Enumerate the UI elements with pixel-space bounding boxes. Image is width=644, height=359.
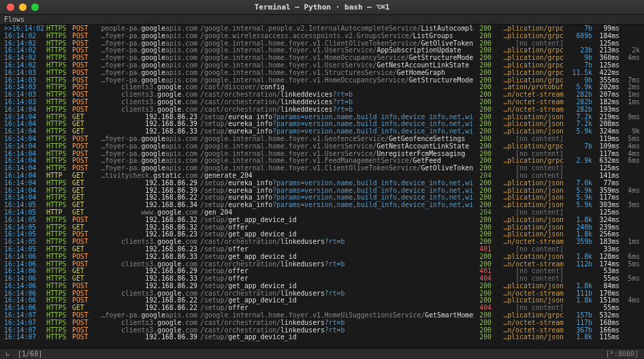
- flow-path: /setup/get_app_device_id: [197, 283, 474, 290]
- flow-row[interactable]: 16:14:05HTTPSGET192.168.86.32/setup/offe…: [4, 224, 640, 232]
- flow-row[interactable]: 16:14:03HTTPSPOST…foyer-pa.googleapis.co…: [4, 69, 640, 77]
- flow-row[interactable]: 16:14:04HTTPSGET192.168.86.29/setup/eure…: [4, 180, 640, 187]
- flow-path: /google.internal.home.foyer.v1.GeofenceS…: [197, 136, 474, 143]
- flow-duration-secondary: [619, 172, 640, 180]
- flow-method: POST: [72, 33, 95, 40]
- flow-row[interactable]: 16:14:04HTTPGET…tivitycheck.gstatic.com/…: [4, 172, 640, 180]
- flow-row[interactable]: 16:14:05HTTPGETwww.google.com/gen_204204…: [4, 209, 640, 217]
- window-titlebar: Terminal — Python · bash — ⌥⌘1: [0, 0, 644, 15]
- flow-duration-secondary: [619, 312, 640, 319]
- flow-row[interactable]: 16:14:07HTTPSPOST192.168.86.39/setup/get…: [4, 334, 640, 341]
- flow-duration-secondary: 4ms: [619, 187, 640, 195]
- flow-host: 192.168.86.22: [95, 305, 197, 312]
- flow-host: …foyer-pa.googleapis.com: [95, 165, 197, 172]
- flow-row[interactable]: 16:14:04HTTPSPOST…foyer-pa.googleapis.co…: [4, 136, 640, 143]
- close-button[interactable]: [7, 3, 14, 11]
- flow-host: …foyer-pa.googleapis.com: [95, 143, 197, 151]
- flow-row[interactable]: 16:14:07HTTPSPOSTclients3.google.com/cas…: [4, 319, 640, 327]
- flow-host: 192.168.86.23: [95, 246, 197, 253]
- flow-duration-secondary: 3ms: [619, 202, 640, 209]
- flow-path: /google.internal.home.foyer.v1.UsersServ…: [197, 62, 474, 69]
- flow-duration: 193ms: [592, 106, 619, 114]
- flow-content-type: …plication/grpc: [492, 54, 564, 62]
- flow-row[interactable]: 16:14:04HTTPSGET192.168.86.22/setup/eure…: [4, 194, 640, 202]
- flow-duration-secondary: 1ms: [619, 99, 640, 106]
- flow-row[interactable]: 16:14:04HTTPSGET192.168.86.23/setup/eure…: [4, 114, 640, 121]
- flow-content-type: …plication/json: [492, 231, 564, 238]
- flow-row[interactable]: 16:14:05HTTPSGET192.168.86.23/setup/offe…: [4, 246, 640, 253]
- maximize-button[interactable]: [31, 3, 39, 11]
- flow-row[interactable]: 16:14:04HTTPSPOST…foyer-pa.googleapis.co…: [4, 165, 640, 172]
- flow-row[interactable]: 16:14:05HTTPSPOST192.168.86.23/setup/get…: [4, 231, 640, 238]
- flow-row[interactable]: 16:14:06HTTPSGET192.168.86.29/setup/offe…: [4, 268, 640, 275]
- flow-row[interactable]: 16:14:04HTTPSPOST…foyer-pa.googleapis.co…: [4, 151, 640, 158]
- flow-host: clients3.google.com: [95, 238, 197, 246]
- flow-duration-secondary: 4ms: [619, 297, 640, 305]
- flow-row[interactable]: 16:14:06HTTPSGET192.168.86.33/setup/offe…: [4, 275, 640, 283]
- flow-path: /google.internal.home.foyer.v1.ClientOli…: [197, 40, 474, 48]
- flow-row[interactable]: 16:14:03HTTPSPOSTclients3.google.com/cas…: [4, 84, 640, 91]
- flow-size: 2.9k: [564, 157, 592, 165]
- flow-row[interactable]: 16:14:06HTTPSGET192.168.86.22/setup/offe…: [4, 305, 640, 312]
- flow-row[interactable]: 16:14:04HTTPSPOST…foyer-pa.googleapis.co…: [4, 143, 640, 151]
- flow-path: /google.internal.home.foyer.v1.HomeOccup…: [197, 54, 474, 62]
- flow-content-type: …plication/grpc: [492, 157, 564, 165]
- flow-row[interactable]: 16:14:04HTTPSPOSTclients3.google.com/cas…: [4, 106, 640, 114]
- flow-protocol: HTTPS: [46, 33, 72, 40]
- flow-content-type: …plication/json: [492, 128, 564, 136]
- flow-row[interactable]: 16:14:04HTTPSGET192.168.86.33/setup/eure…: [4, 128, 640, 136]
- flow-row[interactable]: 16:14:04HTTPSPOST…foyer-pa.googleapis.co…: [4, 157, 640, 165]
- flow-row[interactable]: 16:14:02HTTPSPOSTpeople-pa.googleapis.co…: [4, 25, 640, 33]
- flow-row[interactable]: 16:14:02HTTPSPOST…foyer-pa.googleapis.co…: [4, 33, 640, 40]
- flow-row[interactable]: 16:14:05HTTPSGET192.168.86.34/setup/eure…: [4, 202, 640, 209]
- flow-time: 16:14:07: [4, 334, 46, 341]
- flow-duration-secondary: [619, 180, 640, 187]
- flow-row[interactable]: 16:14:03HTTPSPOSTclients3.google.com/cas…: [4, 91, 640, 99]
- flow-path: /setup/offer: [197, 246, 474, 253]
- flow-path: /generate_204: [197, 172, 474, 180]
- flow-row[interactable]: 16:14:05HTTPSPOSTclients3.google.com/cas…: [4, 238, 640, 246]
- flow-status: 200: [474, 334, 492, 341]
- flow-method: POST: [72, 253, 95, 261]
- flow-row[interactable]: 16:14:07HTTPSPOSTclients3.google.com/cas…: [4, 327, 640, 334]
- flow-list[interactable]: 16:14:02HTTPSPOSTpeople-pa.googleapis.co…: [0, 25, 644, 348]
- flow-time: 16:14:06: [4, 253, 46, 261]
- flow-duration-secondary: 5ms: [619, 275, 640, 283]
- flow-path: /setup/eureka_info?params=version,name,b…: [197, 180, 474, 187]
- flow-row[interactable]: 16:14:03HTTPSPOST…foyer-pa.googleapis.co…: [4, 77, 640, 84]
- flow-row[interactable]: 16:14:06HTTPSPOST192.168.86.29/setup/get…: [4, 283, 640, 290]
- flow-content-type: …n/octet-stream: [492, 319, 564, 327]
- flow-row[interactable]: 16:14:05HTTPSPOST192.168.86.32/setup/get…: [4, 217, 640, 224]
- flow-content-type: [no content]: [492, 275, 564, 283]
- flow-duration-secondary: [619, 334, 640, 341]
- flow-path: /setup/offer: [197, 275, 474, 283]
- flow-row[interactable]: 16:14:04HTTPSGET192.168.86.39/setup/eure…: [4, 121, 640, 128]
- flow-duration-secondary: [619, 106, 640, 114]
- flow-status: 200: [474, 143, 492, 151]
- flow-content-type: [no content]: [492, 165, 564, 172]
- flow-duration-secondary: [619, 319, 640, 327]
- flow-content-type: …plication/json: [492, 217, 564, 224]
- flow-row[interactable]: 16:14:02HTTPSPOST…foyer-pa.googleapis.co…: [4, 54, 640, 62]
- flow-row[interactable]: 16:14:03HTTPSPOSTclients3.google.com/cas…: [4, 99, 640, 106]
- minimize-button[interactable]: [19, 3, 27, 11]
- flow-row[interactable]: 16:14:06HTTPSPOST192.168.86.22/setup/get…: [4, 297, 640, 305]
- flow-time: 16:14:02: [4, 33, 46, 40]
- status-left: ↳ [1/60]: [5, 350, 42, 358]
- flow-row[interactable]: 16:14:04HTTPSGET192.168.86.39/setup/eure…: [4, 187, 640, 195]
- flow-row[interactable]: 16:14:02HTTPSPOST…foyer-pa.googleapis.co…: [4, 62, 640, 69]
- flow-host: 192.168.86.23: [95, 231, 197, 238]
- flow-method: GET: [72, 180, 95, 187]
- flow-row[interactable]: 16:14:06HTTPSPOST192.168.86.33/setup/get…: [4, 253, 640, 261]
- flow-content-type: …plication/json: [492, 334, 564, 341]
- flow-path: /google.internal.people.v2.InternalAutoc…: [197, 25, 474, 33]
- flow-status: 200: [474, 217, 492, 224]
- flow-row[interactable]: 16:14:06HTTPSPOSTclients3.google.com/cas…: [4, 261, 640, 268]
- flow-row[interactable]: 16:14:02HTTPSPOST…foyer-pa.googleapis.co…: [4, 40, 640, 48]
- flow-path: /setup/eureka_info?params=version,name,b…: [197, 121, 474, 128]
- flow-row[interactable]: 16:14:07HTTPSPOST…foyer-pa.googleapis.co…: [4, 312, 640, 319]
- flow-row[interactable]: 16:14:02HTTPSPOST…foyer-pa.googleapis.co…: [4, 47, 640, 54]
- flow-path: /setup/offer: [197, 268, 474, 275]
- flow-row[interactable]: 16:14:06HTTPSPOSTclients3.google.com/cas…: [4, 290, 640, 298]
- flow-method: POST: [72, 143, 95, 151]
